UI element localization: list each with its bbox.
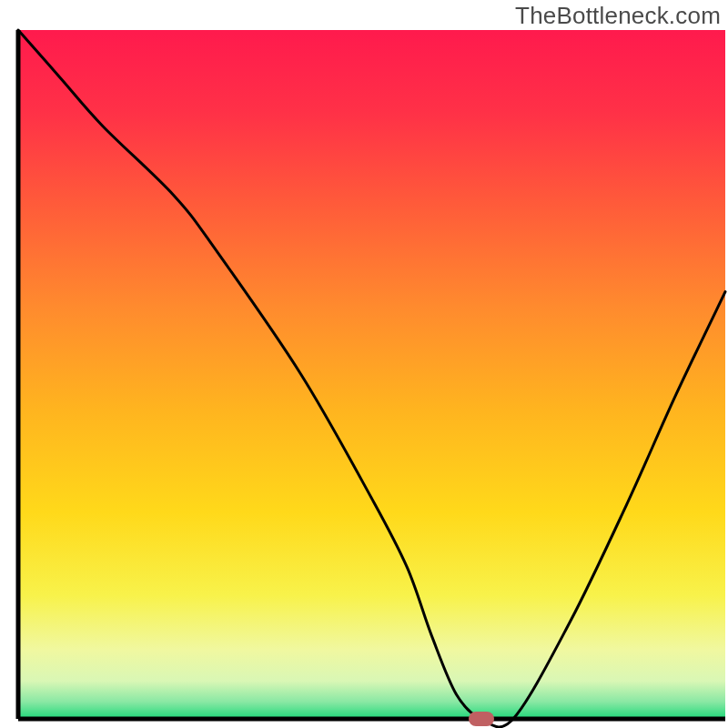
optimal-point-marker bbox=[469, 712, 494, 726]
gradient-background bbox=[18, 30, 725, 719]
watermark-text: TheBottleneck.com bbox=[515, 2, 721, 30]
chart-stage: TheBottleneck.com bbox=[0, 0, 728, 728]
chart-svg bbox=[0, 0, 728, 728]
